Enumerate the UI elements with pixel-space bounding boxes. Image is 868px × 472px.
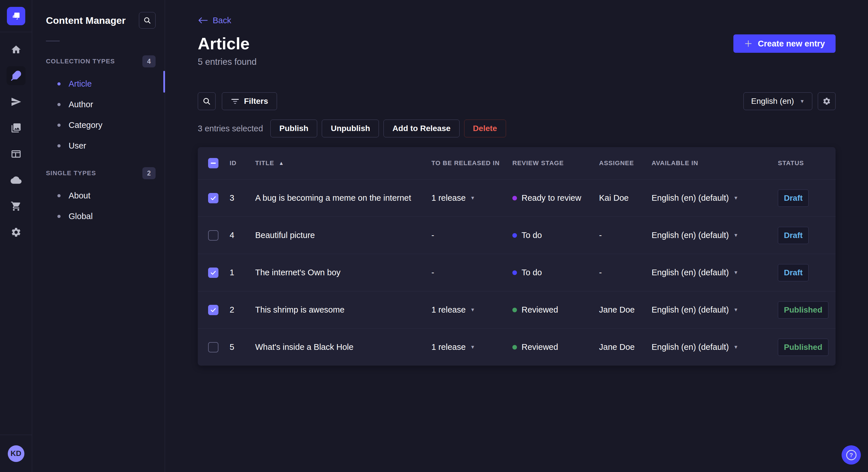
search-icon: [143, 16, 151, 24]
cell-title: The internet's Own boy: [255, 268, 431, 277]
cell-review-stage: Reviewed: [513, 305, 599, 314]
cell-available-in[interactable]: English (en) (default) ▼: [652, 193, 778, 203]
row-checkbox[interactable]: [208, 268, 218, 278]
deploy-cloud-icon[interactable]: [7, 171, 26, 190]
sidebar-item-article[interactable]: Article: [46, 73, 156, 94]
column-header-stage[interactable]: REVIEW STAGE: [513, 160, 599, 167]
rail-icon-list: [7, 32, 26, 435]
chevron-down-icon: ▼: [733, 233, 738, 238]
row-checkbox[interactable]: [208, 305, 218, 315]
left-rail: KD: [0, 0, 32, 472]
sidebar-item-about[interactable]: About: [46, 185, 156, 206]
row-checkbox[interactable]: [208, 230, 218, 241]
releases-icon[interactable]: [7, 92, 26, 111]
stage-dot: [513, 196, 517, 200]
search-button[interactable]: [198, 92, 216, 110]
unpublish-button[interactable]: Unpublish: [322, 120, 379, 137]
cell-available-in[interactable]: English (en) (default) ▼: [652, 268, 778, 277]
help-button[interactable]: ?: [842, 445, 861, 465]
cell-id: 1: [229, 268, 255, 277]
back-link[interactable]: Back: [198, 15, 231, 25]
table-row[interactable]: 2 This shrimp is awesome 1 release ▼ Rev…: [198, 291, 836, 328]
status-badge: Published: [778, 339, 828, 356]
cell-id: 3: [229, 193, 255, 203]
table-row[interactable]: 5 What's inside a Black Hole 1 release ▼…: [198, 328, 836, 366]
publish-button[interactable]: Publish: [270, 120, 317, 137]
settings-gear-icon[interactable]: [7, 223, 26, 242]
home-icon[interactable]: [7, 40, 26, 59]
locale-select[interactable]: English (en) ▼: [743, 92, 812, 110]
cell-release[interactable]: 1 release ▼: [431, 193, 513, 203]
bullet-icon: [57, 215, 61, 218]
view-settings-button[interactable]: [818, 92, 836, 110]
cell-title: A bug is becoming a meme on the internet: [255, 193, 431, 203]
sidebar-item-author[interactable]: Author: [46, 94, 156, 115]
cell-id: 5: [229, 342, 255, 352]
check-icon: [210, 195, 216, 201]
single-types-section: SINGLE TYPES 2 About Global: [46, 166, 156, 227]
cell-review-stage: To do: [513, 268, 599, 277]
cell-available-in[interactable]: English (en) (default) ▼: [652, 231, 778, 240]
chevron-down-icon: ▼: [733, 345, 738, 349]
collection-types-section: COLLECTION TYPES 4 Article Author Catego…: [46, 55, 156, 156]
single-types-label: SINGLE TYPES: [46, 169, 96, 177]
collection-types-count-badge: 4: [143, 55, 156, 67]
cell-title: This shrimp is awesome: [255, 305, 431, 314]
row-checkbox[interactable]: [208, 193, 218, 203]
column-header-title[interactable]: TITLE ▲: [255, 160, 431, 167]
cell-available-in[interactable]: English (en) (default) ▼: [652, 305, 778, 314]
table-row[interactable]: 3 A bug is becoming a meme on the intern…: [198, 179, 836, 216]
column-header-release[interactable]: TO BE RELEASED IN: [431, 160, 513, 167]
select-all-checkbox[interactable]: [208, 158, 218, 168]
filter-icon: [231, 98, 239, 105]
content-manager-sidebar: Content Manager COLLECTION TYPES 4 Artic…: [32, 0, 165, 472]
cell-available-in[interactable]: English (en) (default) ▼: [652, 342, 778, 352]
chevron-down-icon: ▼: [733, 307, 738, 312]
content-type-builder-icon[interactable]: [7, 144, 26, 164]
app-root: KD Content Manager COLLECTION TYPES 4 Ar…: [0, 0, 868, 472]
page-title: Article: [198, 34, 257, 53]
cell-release[interactable]: 1 release ▼: [431, 305, 513, 314]
stage-dot: [513, 233, 517, 238]
stage-dot: [513, 308, 517, 312]
cell-assignee: -: [599, 268, 652, 277]
check-icon: [210, 270, 216, 276]
gear-icon: [823, 97, 831, 105]
column-header-available[interactable]: AVAILABLE IN: [652, 160, 778, 167]
single-types-list: About Global: [46, 185, 156, 227]
chevron-down-icon: ▼: [470, 196, 475, 200]
user-avatar[interactable]: KD: [8, 445, 24, 462]
content-manager-icon[interactable]: [7, 66, 26, 85]
status-badge: Draft: [778, 190, 809, 207]
strapi-logo[interactable]: [7, 7, 25, 25]
column-header-assignee[interactable]: ASSIGNEE: [599, 160, 652, 167]
sidebar-item-global[interactable]: Global: [46, 206, 156, 227]
create-new-entry-button[interactable]: Create new entry: [733, 34, 836, 53]
table-row[interactable]: 4 Beautiful picture - To do - English (e…: [198, 216, 836, 254]
check-icon: [210, 307, 216, 313]
filters-button[interactable]: Filters: [222, 92, 277, 110]
media-library-icon[interactable]: [7, 119, 26, 137]
cell-assignee: Kai Doe: [599, 193, 652, 203]
cell-id: 4: [229, 231, 255, 240]
table-row[interactable]: 1 The internet's Own boy - To do - Engli…: [198, 254, 836, 291]
cell-release[interactable]: 1 release ▼: [431, 342, 513, 352]
marketplace-cart-icon[interactable]: [7, 197, 26, 216]
cell-release: -: [431, 268, 513, 277]
single-types-count-badge: 2: [143, 167, 156, 179]
column-header-status[interactable]: STATUS: [778, 160, 836, 167]
chevron-down-icon: ▼: [733, 196, 738, 200]
column-header-id[interactable]: ID: [229, 160, 255, 167]
row-checkbox[interactable]: [208, 342, 218, 352]
search-icon: [203, 97, 211, 105]
cell-title: What's inside a Black Hole: [255, 342, 431, 352]
delete-button[interactable]: Delete: [464, 120, 506, 137]
sidebar-item-user[interactable]: User: [46, 135, 156, 156]
cell-review-stage: Reviewed: [513, 342, 599, 352]
add-to-release-button[interactable]: Add to Release: [383, 120, 459, 137]
bulk-actions-bar: 3 entries selected Publish Unpublish Add…: [198, 120, 836, 137]
sidebar-item-category[interactable]: Category: [46, 115, 156, 135]
entries-count: 5 entries found: [198, 57, 257, 67]
status-badge: Draft: [778, 264, 809, 281]
sidebar-search-button[interactable]: [139, 12, 156, 29]
